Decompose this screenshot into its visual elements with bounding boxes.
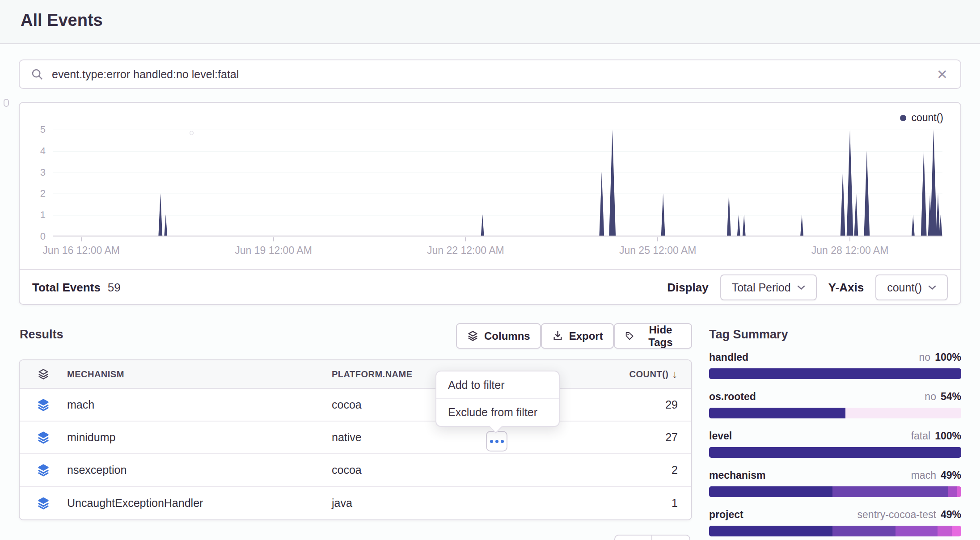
export-button-label: Export	[569, 330, 603, 342]
row-layers-icon[interactable]	[20, 464, 67, 477]
tag-bar-segment[interactable]	[709, 486, 832, 497]
chart-series-svg	[53, 130, 942, 236]
chevron-down-icon	[928, 285, 936, 290]
dot-icon	[490, 440, 493, 443]
sort-desc-icon: ↓	[672, 368, 678, 380]
table-header-row: MECHANISM PLATFORM.NAME COUNT() ↓	[20, 360, 691, 389]
tag-distribution-bar[interactable]	[709, 408, 961, 418]
layers-icon	[37, 464, 50, 477]
tag-distribution-bar[interactable]	[709, 447, 961, 458]
tag-bar-segment[interactable]	[957, 486, 961, 497]
column-header-platform[interactable]: PLATFORM.NAME	[332, 369, 413, 380]
tag-bar-segment[interactable]	[709, 368, 961, 379]
table-row[interactable]: UncaughtExceptionHandlerjava1	[20, 487, 691, 519]
tag-bar-segment[interactable]	[832, 526, 896, 536]
chart-plot[interactable]	[53, 130, 942, 236]
cell-count[interactable]: 27	[362, 431, 691, 444]
tag-bar-segment[interactable]	[948, 486, 957, 497]
x-tick	[465, 237, 466, 241]
tag-top-value: sentry-cocoa-test	[858, 509, 936, 521]
tag-bar-segment[interactable]	[709, 408, 845, 418]
tag-summary-panel: Tag Summary handledno100%os.rootedno54%l…	[709, 328, 961, 540]
page-title: All Events	[21, 11, 103, 30]
search-clear-icon[interactable]: ✕	[935, 67, 950, 82]
cell-mechanism[interactable]: mach	[67, 398, 332, 411]
tag-bar-segment[interactable]	[832, 486, 948, 497]
tag-item: mechanismmach49%	[709, 469, 961, 497]
columns-button[interactable]: Columns	[456, 323, 541, 349]
hide-tags-button[interactable]: Hide Tags	[614, 323, 692, 349]
cell-count[interactable]: 2	[362, 464, 691, 477]
x-tick-label: Jun 16 12:00 AM	[42, 245, 120, 257]
row-layers-icon[interactable]	[20, 398, 67, 412]
tag-list: handledno100%os.rootedno54%levelfatal100…	[709, 351, 961, 536]
tag-bar-segment[interactable]	[709, 447, 961, 458]
export-button[interactable]: Export	[541, 323, 614, 349]
yaxis-dropdown[interactable]: count()	[875, 274, 948, 300]
cell-platform[interactable]: cocoa	[332, 464, 362, 477]
tag-bar-segment[interactable]	[952, 526, 961, 536]
search-input[interactable]	[51, 68, 935, 81]
column-header-mechanism[interactable]: MECHANISM	[67, 369, 332, 380]
table-row[interactable]: machcocoa29	[20, 389, 691, 422]
total-events-value: 59	[108, 281, 121, 295]
results-toolbar: Columns Export Hide Tags	[456, 323, 692, 349]
tag-bar-segment[interactable]	[709, 526, 832, 536]
tag-bar-segment[interactable]	[938, 526, 952, 536]
previous-page-button[interactable]: ‹	[614, 535, 652, 540]
cell-count[interactable]: 1	[352, 497, 691, 510]
tag-item: os.rootedno54%	[709, 391, 961, 418]
tag-top-value: fatal	[911, 430, 930, 442]
pagination: ‹ ›	[614, 535, 690, 540]
download-icon	[552, 330, 564, 342]
columns-button-label: Columns	[484, 330, 530, 342]
cell-actions-button[interactable]	[486, 431, 507, 451]
x-tick-label: Jun 25 12:00 AM	[619, 245, 697, 257]
tag-item: handledno100%	[709, 351, 961, 379]
x-tick-label: Jun 28 12:00 AM	[811, 245, 889, 257]
page-header: All Events	[0, 0, 980, 44]
y-tick-label: 0	[20, 231, 46, 242]
next-page-button[interactable]: ›	[652, 535, 690, 540]
table-row[interactable]: nsexceptioncocoa2	[20, 454, 691, 487]
drag-handle[interactable]	[4, 99, 9, 107]
x-tick	[849, 237, 850, 241]
dot-icon	[495, 440, 498, 443]
tag-bar-segment[interactable]	[896, 526, 938, 536]
tag-bar-segment[interactable]	[845, 408, 961, 418]
cell-platform[interactable]: native	[332, 431, 362, 444]
table-row[interactable]: minidumpnative27	[20, 422, 691, 454]
tag-distribution-bar[interactable]	[709, 526, 961, 536]
row-layers-icon[interactable]	[20, 431, 67, 444]
tag-top-value: no	[925, 391, 936, 403]
tag-top-pct: 100%	[935, 430, 961, 442]
chart-legend: count()	[900, 112, 943, 124]
legend-dot-icon	[900, 115, 906, 121]
tag-top-pct: 49%	[941, 509, 961, 521]
row-layers-icon[interactable]	[20, 497, 67, 510]
display-dropdown[interactable]: Total Period	[720, 274, 817, 300]
tag-distribution-bar[interactable]	[709, 368, 961, 379]
yaxis-dropdown-value: count()	[887, 281, 922, 294]
x-tick	[273, 237, 274, 241]
display-dropdown-value: Total Period	[732, 281, 791, 294]
tag-distribution-bar[interactable]	[709, 486, 961, 497]
search-bar: ✕	[19, 59, 961, 89]
cell-mechanism[interactable]: minidump	[67, 431, 332, 444]
menu-item-add-to-filter[interactable]: Add to filter	[436, 371, 559, 398]
cell-platform[interactable]: cocoa	[332, 398, 362, 411]
cell-mechanism[interactable]: nsexception	[67, 464, 332, 477]
cell-platform[interactable]: java	[332, 497, 352, 510]
events-chart-card: count() 012345 Jun 16 12:00 AMJun 19 12:…	[19, 102, 961, 305]
results-table: MECHANISM PLATFORM.NAME COUNT() ↓ machco…	[19, 359, 692, 520]
chevron-down-icon	[797, 285, 805, 290]
tag-top-value: mach	[911, 469, 936, 481]
y-tick-label: 2	[20, 188, 46, 199]
y-tick-label: 1	[20, 209, 46, 221]
yaxis-label: Y-Axis	[828, 281, 864, 295]
layers-icon	[37, 497, 50, 510]
x-tick-label: Jun 19 12:00 AM	[235, 245, 312, 257]
cell-mechanism[interactable]: UncaughtExceptionHandler	[67, 497, 332, 510]
tag-top-pct: 49%	[941, 469, 961, 481]
layers-icon	[467, 330, 479, 342]
